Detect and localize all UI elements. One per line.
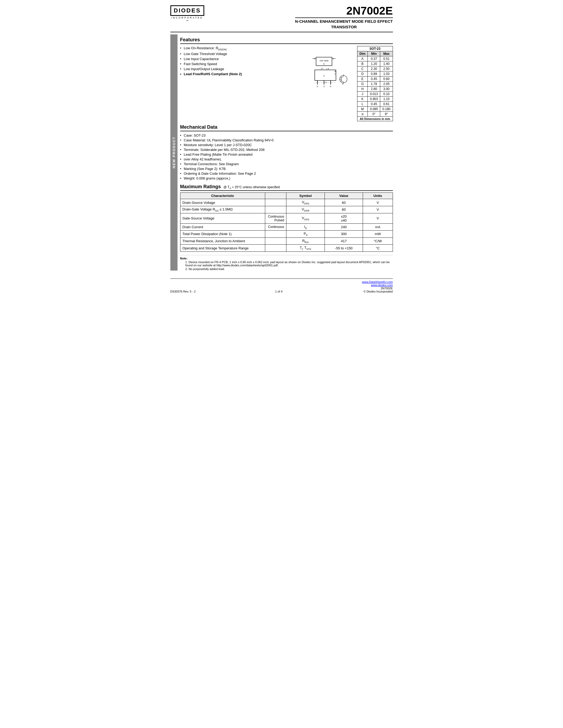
ratings-sym-cell: Tj, TSTG xyxy=(287,245,325,252)
svg-text:α: α xyxy=(342,83,343,85)
sot23-dim-header: Dim xyxy=(357,51,368,56)
package-diagram-svg: TOP VIEW G S D xyxy=(300,46,353,90)
ratings-sym-header: Symbol xyxy=(287,193,325,199)
ratings-unit-cell: V xyxy=(363,199,393,206)
ratings-unit-header: Units xyxy=(363,193,393,199)
ratings-cond-header xyxy=(265,193,287,199)
mech-list-item: Terminals: Solderable per MIL-STD-202, M… xyxy=(180,148,393,152)
svg-text:K: K xyxy=(323,75,325,77)
mech-list-item: Terminal Connections: See Diagram xyxy=(180,162,393,166)
sot23-row: D0.891.03 xyxy=(357,71,393,77)
ratings-title: Maximum Ratings xyxy=(180,184,221,190)
ratings-val-cell: 300 xyxy=(325,231,363,238)
svg-text:S: S xyxy=(323,86,325,87)
ratings-row: Drain CurrentContinuousID240mA xyxy=(180,223,393,231)
note-1: 1. Device mounted on FR-4 PCB, 1 inch x … xyxy=(185,260,393,267)
ratings-row: Gate-Source VoltageContinuousPulsedVGSS±… xyxy=(180,213,393,223)
ratings-row: Operating and Storage Temperature RangeT… xyxy=(180,245,393,252)
footer-left: DS30376 Rev. 5 - 2 xyxy=(170,290,196,293)
sot23-min-header: Min xyxy=(368,51,380,56)
mechanical-list: Case: SOT-23Case Material: UL Flammabili… xyxy=(180,133,393,180)
sot23-row: J0.0130.10 xyxy=(357,92,393,97)
note-2: 2. No purposefully added lead. xyxy=(185,267,393,271)
ratings-val-header: Value xyxy=(325,193,363,199)
ratings-sym-cell: VDGR xyxy=(287,206,325,213)
ratings-unit-cell: mW xyxy=(363,231,393,238)
mechanical-title: Mechanical Data xyxy=(180,124,393,131)
ratings-cond-cell xyxy=(265,231,287,238)
ratings-char-cell: Drain Current xyxy=(180,223,265,231)
ratings-unit-cell: mA xyxy=(363,223,393,231)
ratings-char-cell: Gate-Source Voltage xyxy=(180,213,265,223)
svg-rect-7 xyxy=(315,70,336,80)
ratings-condition: @ TA = 25°C unless otherwise specified xyxy=(223,185,280,190)
company-name: DIODES xyxy=(174,7,201,14)
footer-center: 1 of 4 xyxy=(275,290,283,293)
ratings-cond-cell: ContinuousPulsed xyxy=(265,213,287,223)
svg-text:A: A xyxy=(328,68,329,70)
sot23-max-header: Max xyxy=(380,51,393,56)
ratings-sym-cell: VGSS xyxy=(287,213,325,223)
logo-area: DIODES INCORPORATED ™ xyxy=(170,5,204,22)
feature-item-5: Low Input/Output Leakage xyxy=(180,67,296,71)
ratings-cond-cell xyxy=(265,199,287,206)
datasheet-url-text: www.DataSheet4U.com xyxy=(362,280,393,284)
ratings-unit-cell: °C/W xyxy=(363,237,393,245)
part-description-line2: TRANSISTOR xyxy=(295,25,393,29)
feature-item-1: Low On-Resistance: RDS(ON) xyxy=(180,46,296,51)
features-title: Features xyxy=(180,37,393,44)
sot-table-container: SOT-23 Dim Min Max A0.370.51B1.201.40C2.… xyxy=(357,46,393,121)
ratings-cond-cell xyxy=(265,245,287,252)
sot23-row: A0.370.51 xyxy=(357,56,393,61)
trademark-label: ™ xyxy=(186,20,189,22)
footer-website: www.diodes.com xyxy=(362,284,393,287)
features-list: Low On-Resistance: RDS(ON) Low Gate Thre… xyxy=(180,46,296,76)
feature-item-3: Low Input Capacitance xyxy=(180,57,296,61)
svg-text:TOP VIEW: TOP VIEW xyxy=(320,60,329,62)
sot23-row: M0.0850.180 xyxy=(357,107,393,112)
svg-text:H: H xyxy=(325,82,327,83)
sot23-row: E0.450.60 xyxy=(357,77,393,82)
new-product-sidebar: NEW PRODUCT xyxy=(170,34,177,271)
footer-right: www.DataSheet4U.com www.diodes.com 2N700… xyxy=(362,280,393,293)
datasheet-url: www.DataSheet4U.com xyxy=(362,280,393,284)
main-content: NEW PRODUCT Features Low On-Resistance: … xyxy=(170,34,393,271)
svg-text:G: G xyxy=(317,86,318,87)
svg-text:D: D xyxy=(330,86,331,87)
sot23-row: G1.782.05 xyxy=(357,82,393,87)
ratings-unit-cell: V xyxy=(363,206,393,213)
svg-line-25 xyxy=(341,77,343,78)
ratings-unit-cell: V xyxy=(363,213,393,223)
ratings-val-cell: 417 xyxy=(325,237,363,245)
ratings-sym-cell: Pd xyxy=(287,231,325,238)
ratings-cond-cell: Continuous xyxy=(265,223,287,231)
mech-list-item: Case Material: UL Flammability Classific… xyxy=(180,138,393,142)
mech-list-item: Weight: 0.008 grams (approx.) xyxy=(180,176,393,180)
ratings-char-cell: Total Power Dissipation (Note 1) xyxy=(180,231,265,238)
sot23-row: H2.803.00 xyxy=(357,87,393,92)
package-diagram-area: TOP VIEW G S D xyxy=(300,46,353,90)
feature-item-2: Low Gate Threshold Voltage xyxy=(180,52,296,56)
ratings-char-cell: Drain-Gate Voltage RGS ≤ 1.0MΩ xyxy=(180,206,265,213)
notes-area: Note: 1. Device mounted on FR-4 PCB, 1 i… xyxy=(180,255,393,271)
ratings-char-cell: Thermal Resistance, Junction to Ambient xyxy=(180,237,265,245)
ratings-val-cell: 240 xyxy=(325,223,363,231)
page-header: DIODES INCORPORATED ™ 2N7002E N-CHANNEL … xyxy=(170,5,393,29)
sot23-row: L0.450.61 xyxy=(357,102,393,107)
sot23-row: B1.201.40 xyxy=(357,61,393,66)
sot23-table-title: SOT-23 xyxy=(357,46,393,51)
part-number: 2N7002E xyxy=(295,5,393,16)
ratings-sym-cell: RθJA xyxy=(287,237,325,245)
mech-list-item: over Alloy 42 leadframe). xyxy=(180,157,393,161)
part-description-line1: N-CHANNEL ENHANCEMENT MODE FIELD EFFECT xyxy=(295,19,393,24)
mech-list-item: Ordering & Date Code Information: See Pa… xyxy=(180,172,393,176)
company-logo: DIODES xyxy=(170,5,204,16)
mech-list-item: Case: SOT-23 xyxy=(180,133,393,137)
ratings-sym-cell: ID xyxy=(287,223,325,231)
ratings-unit-cell: °C xyxy=(363,245,393,252)
new-product-label: NEW PRODUCT xyxy=(172,137,176,168)
feature-item-4: Fast Switching Speed xyxy=(180,62,296,66)
ratings-val-cell: 60 xyxy=(325,199,363,206)
ratings-sym-cell: VDSS xyxy=(287,199,325,206)
svg-line-26 xyxy=(341,81,343,82)
